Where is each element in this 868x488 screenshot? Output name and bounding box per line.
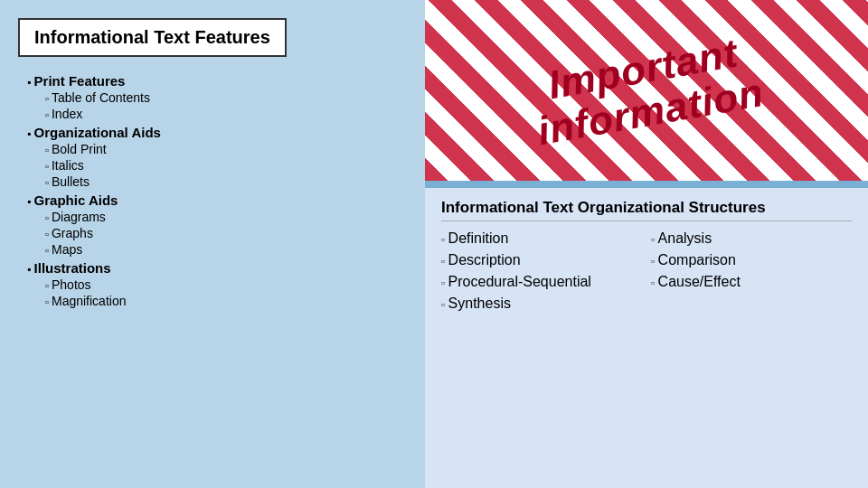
page-title: Informational Text Features: [34, 27, 270, 47]
list-item-print: Print Features Table of Contents Index: [27, 73, 407, 121]
list-item-magnification: Magnification: [45, 294, 407, 308]
sub-list-illustrations: Photos Magnification: [27, 277, 407, 308]
org-structures-section: Informational Text Organizational Struct…: [425, 188, 868, 488]
org-item-comparison: Comparison: [651, 252, 852, 268]
sub-list-org: Bold Print Italics Bullets: [27, 142, 407, 189]
org-item-analysis: Analysis: [651, 230, 852, 247]
list-item-bold: Bold Print: [45, 142, 407, 156]
right-panel: Important information Informational Text…: [425, 0, 868, 488]
sub-list-print: Table of Contents Index: [27, 90, 407, 121]
org-structures-title: Informational Text Organizational Struct…: [441, 199, 852, 221]
list-item-graphs: Graphs: [45, 226, 407, 240]
list-item-photos: Photos: [45, 277, 407, 292]
org-item-definition: Definition: [441, 230, 642, 247]
list-item-toc: Table of Contents: [45, 90, 407, 105]
important-banner: Important information: [425, 0, 868, 181]
list-item-maps: Maps: [45, 242, 407, 257]
main-features-list: Print Features Table of Contents Index O…: [18, 73, 407, 308]
org-item-cause-effect: Cause/Effect: [651, 274, 852, 290]
list-item-italics: Italics: [45, 158, 407, 173]
horizontal-divider: [425, 181, 868, 188]
org-item-synthesis: Synthesis: [441, 296, 642, 312]
list-item-org: Organizational Aids Bold Print Italics B…: [27, 125, 407, 189]
org-structures-list: Definition Description Procedural-Sequen…: [441, 230, 852, 312]
list-item-illustrations: Illustrations Photos Magnification: [27, 260, 407, 308]
left-panel: Informational Text Features Print Featur…: [0, 0, 425, 488]
sub-list-graphic: Diagrams Graphs Maps: [27, 210, 407, 257]
title-box: Informational Text Features: [18, 18, 287, 57]
org-item-description: Description: [441, 252, 642, 268]
list-item-bullets: Bullets: [45, 174, 407, 189]
list-item-index: Index: [45, 107, 407, 121]
list-item-diagrams: Diagrams: [45, 210, 407, 224]
org-item-procedural: Procedural-Sequential: [441, 274, 642, 290]
list-item-graphic: Graphic Aids Diagrams Graphs Maps: [27, 192, 407, 257]
